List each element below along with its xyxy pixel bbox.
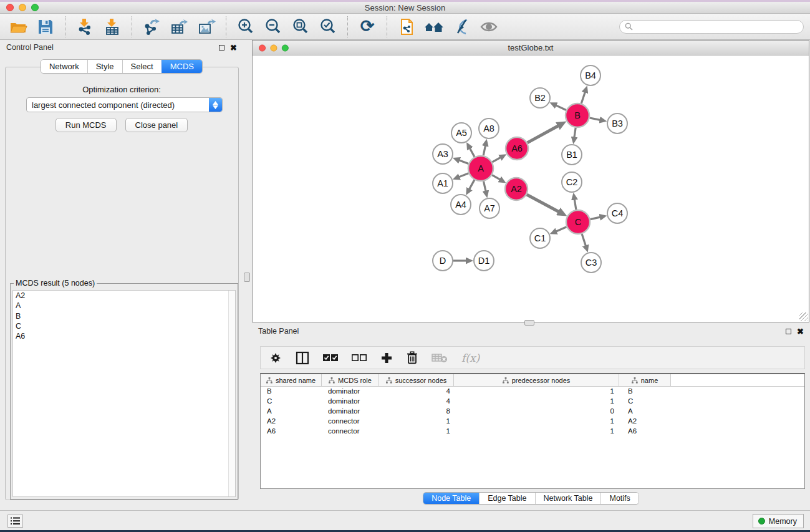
- column-header-predecessor-nodes[interactable]: predecessor nodes: [454, 374, 619, 386]
- criterion-select[interactable]: largest connected component (directed): [26, 97, 223, 112]
- column-header-name[interactable]: name: [619, 374, 671, 386]
- task-history-button[interactable]: [7, 515, 23, 528]
- table-cell[interactable]: 1: [454, 397, 619, 407]
- table-cell[interactable]: A2: [619, 417, 671, 427]
- table-cell[interactable]: A: [619, 407, 671, 417]
- node-C2[interactable]: C2: [562, 172, 582, 192]
- vertical-splitter-grip[interactable]: [244, 273, 250, 282]
- tab-select[interactable]: Select: [122, 60, 162, 73]
- memory-button[interactable]: Memory: [753, 514, 804, 528]
- node-A1[interactable]: A1: [433, 173, 453, 193]
- edge-A-A2[interactable]: [492, 175, 501, 180]
- float-panel-icon[interactable]: [219, 45, 224, 51]
- edge-B-B4[interactable]: [581, 92, 585, 104]
- close-network-window-button[interactable]: [259, 44, 266, 51]
- node-C[interactable]: C: [566, 210, 590, 234]
- edge-A-A3[interactable]: [458, 160, 468, 164]
- mcds-result-item[interactable]: A6: [13, 331, 235, 341]
- network-graph[interactable]: B4B2BB3A5A8A6B1A3AC2A1A2A4A7C4CC1C3DD1: [253, 56, 809, 322]
- edge-A-A7[interactable]: [483, 181, 486, 192]
- tab-mcds[interactable]: MCDS: [162, 60, 202, 73]
- table-cell[interactable]: 1: [454, 417, 619, 427]
- refresh-button[interactable]: ⟳: [355, 16, 379, 38]
- home-button[interactable]: [422, 16, 446, 38]
- window-resize-grip[interactable]: [799, 312, 808, 321]
- table-row[interactable]: Bdominator41B: [261, 387, 804, 397]
- delete-column-button[interactable]: [407, 350, 418, 366]
- table-cell[interactable]: A6: [619, 427, 671, 437]
- table-cell[interactable]: 1: [454, 387, 619, 397]
- table-cell[interactable]: C: [261, 397, 322, 407]
- edge-A-A1[interactable]: [458, 173, 468, 177]
- node-D[interactable]: D: [433, 251, 453, 271]
- table-row[interactable]: A6connector11A6: [261, 427, 804, 437]
- import-table-button[interactable]: [100, 16, 124, 38]
- export-table-button[interactable]: [167, 16, 191, 38]
- edge-C-C1[interactable]: [556, 227, 567, 232]
- node-A7[interactable]: A7: [480, 198, 499, 218]
- node-C4[interactable]: C4: [607, 203, 627, 223]
- node-A3[interactable]: A3: [433, 144, 453, 164]
- search-input[interactable]: [636, 22, 798, 31]
- table-cell[interactable]: A: [261, 407, 322, 417]
- edge-A6-B[interactable]: [528, 125, 559, 143]
- table-cell[interactable]: 1: [379, 427, 454, 437]
- node-A[interactable]: A: [468, 156, 493, 181]
- tab-edge-table[interactable]: Edge Table: [479, 493, 534, 504]
- table-cell[interactable]: 4: [379, 397, 454, 407]
- table-cell[interactable]: B: [619, 387, 671, 397]
- network-window-titlebar[interactable]: testGlobe.txt: [253, 41, 809, 56]
- node-D1[interactable]: D1: [474, 251, 494, 271]
- zoom-selected-button[interactable]: [316, 16, 340, 38]
- edge-C-C2[interactable]: [574, 199, 576, 210]
- node-B4[interactable]: B4: [581, 65, 600, 85]
- zoom-fit-button[interactable]: [289, 16, 312, 38]
- table-cell[interactable]: A6: [261, 427, 322, 437]
- table-cell[interactable]: connector: [322, 427, 379, 437]
- node-B2[interactable]: B2: [530, 88, 550, 108]
- float-table-panel-icon[interactable]: [786, 329, 791, 334]
- table-cell[interactable]: A2: [261, 417, 322, 427]
- node-B3[interactable]: B3: [607, 114, 627, 133]
- zoom-network-window-button[interactable]: [282, 44, 289, 51]
- run-mcds-button[interactable]: Run MCDS: [55, 118, 117, 132]
- function-builder-button[interactable]: f(x): [461, 350, 480, 366]
- zoom-in-button[interactable]: [234, 16, 258, 38]
- table-cell[interactable]: 8: [379, 407, 454, 417]
- hide-graphics-details-button[interactable]: [450, 16, 473, 38]
- mcds-result-item[interactable]: A: [13, 301, 235, 311]
- table-cell[interactable]: dominator: [322, 397, 379, 407]
- node-B1[interactable]: B1: [562, 145, 582, 165]
- close-table-panel-icon[interactable]: ✖: [797, 327, 804, 336]
- zoom-out-button[interactable]: [261, 16, 285, 38]
- node-A2[interactable]: A2: [505, 178, 528, 200]
- ndex-button[interactable]: [395, 16, 418, 38]
- open-session-button[interactable]: [6, 16, 30, 38]
- show-hide-button[interactable]: [477, 16, 501, 38]
- edge-A-A6[interactable]: [492, 157, 501, 162]
- edge-B-B3[interactable]: [590, 118, 601, 120]
- tab-network[interactable]: Network: [41, 60, 87, 73]
- close-panel-icon[interactable]: ✖: [230, 44, 237, 52]
- close-window-button[interactable]: [6, 4, 14, 11]
- minimize-network-window-button[interactable]: [270, 44, 277, 51]
- edge-C-C3[interactable]: [582, 234, 586, 246]
- table-cell[interactable]: 1: [379, 417, 454, 427]
- export-network-button[interactable]: [140, 16, 163, 38]
- table-row[interactable]: A2connector11A2: [261, 417, 804, 427]
- edge-C-C4[interactable]: [591, 217, 601, 220]
- node-A6[interactable]: A6: [506, 137, 528, 160]
- mcds-result-item[interactable]: C: [13, 321, 235, 331]
- create-column-button[interactable]: [380, 350, 393, 366]
- column-header-successor-nodes[interactable]: successor nodes: [379, 374, 454, 386]
- table-row[interactable]: Adominator80A: [261, 407, 804, 417]
- column-header-MCDS-role[interactable]: MCDS role: [322, 374, 379, 386]
- edge-A-A8[interactable]: [483, 145, 485, 155]
- result-scrollbar[interactable]: [228, 291, 235, 496]
- edge-B-B2[interactable]: [555, 105, 566, 110]
- table-cell[interactable]: dominator: [322, 407, 379, 417]
- node-A8[interactable]: A8: [479, 118, 499, 138]
- table-cell[interactable]: 4: [379, 387, 454, 397]
- delete-table-button[interactable]: [432, 350, 448, 366]
- table-options-button[interactable]: [269, 350, 282, 366]
